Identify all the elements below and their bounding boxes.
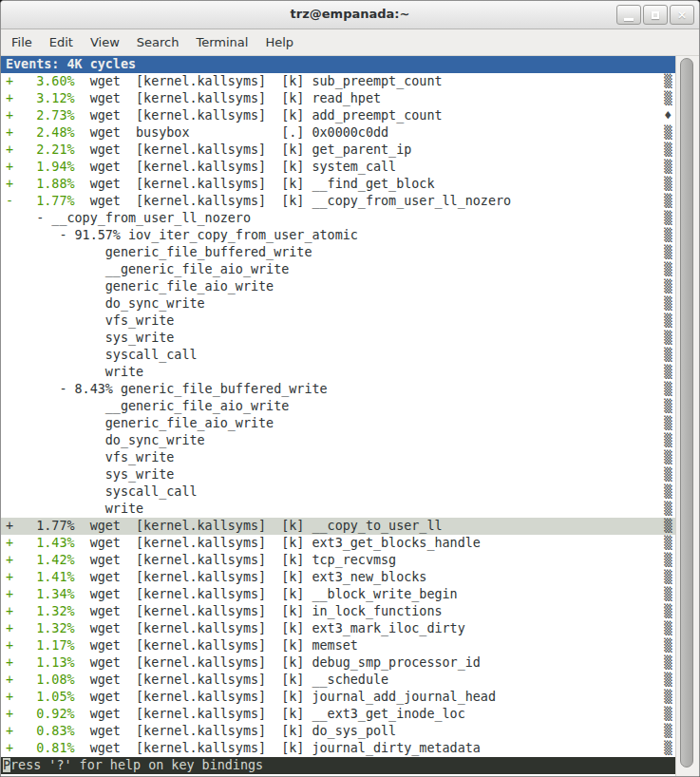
menu-search[interactable]: Search — [128, 31, 188, 53]
scroll-track-icon: ▒ — [664, 449, 672, 466]
callchain-row[interactable]: generic_file_buffered_write▒ — [1, 244, 675, 261]
perf-row[interactable]: + 3.12% wget [kernel.kallsyms] [k] read_… — [1, 90, 675, 107]
scroll-track-icon: ▒ — [664, 261, 672, 278]
scroll-position-icon: ♦ — [664, 107, 672, 124]
scroll-track-icon: ▒ — [664, 586, 672, 603]
scroll-track-icon: ▒ — [664, 706, 672, 723]
perf-row[interactable]: + 3.60% wget [kernel.kallsyms] [k] sub_p… — [1, 73, 675, 90]
scroll-track-icon: ▒ — [664, 364, 672, 381]
callchain-row[interactable]: write▒ — [1, 364, 675, 381]
callchain-row[interactable]: syscall_call▒ — [1, 483, 675, 501]
close-icon: ✕ — [677, 9, 687, 21]
scroll-track-icon: ▒ — [664, 176, 672, 193]
scroll-track-icon: ▒ — [664, 90, 672, 107]
perf-row[interactable]: + 1.34% wget [kernel.kallsyms] [k] __blo… — [1, 586, 675, 603]
perf-row[interactable]: + 1.88% wget [kernel.kallsyms] [k] __fin… — [1, 176, 675, 193]
scroll-track-icon: ▒ — [664, 723, 672, 740]
scroll-track-icon: ▒ — [664, 689, 672, 706]
scroll-track-icon: ▒ — [664, 124, 672, 142]
scroll-track-icon: ▒ — [664, 313, 672, 330]
callchain-row[interactable]: write▒ — [1, 501, 675, 518]
perf-row[interactable]: + 2.73% wget [kernel.kallsyms] [k] add_p… — [1, 107, 675, 124]
perf-row[interactable]: + 0.83% wget [kernel.kallsyms] [k] do_sy… — [1, 723, 675, 740]
menubar: FileEditViewSearchTerminalHelp — [1, 29, 699, 56]
scroll-track-icon: ▒ — [664, 740, 672, 757]
callchain-row[interactable]: do_sync_write▒ — [1, 432, 675, 449]
perf-row[interactable]: + 1.13% wget [kernel.kallsyms] [k] debug… — [1, 654, 675, 672]
menu-view[interactable]: View — [82, 31, 128, 53]
maximize-icon — [652, 11, 659, 19]
scroll-track-icon: ▒ — [664, 142, 672, 159]
callchain-row[interactable]: vfs_write▒ — [1, 449, 675, 466]
scroll-track-icon: ▒ — [664, 535, 672, 552]
scroll-track-icon: ▒ — [664, 552, 672, 569]
perf-row[interactable]: + 1.77% wget [kernel.kallsyms] [k] __cop… — [1, 518, 675, 535]
scroll-track-icon: ▒ — [664, 501, 672, 518]
perf-row[interactable]: + 1.32% wget [kernel.kallsyms] [k] in_lo… — [1, 603, 675, 620]
callchain-row[interactable]: sys_write▒ — [1, 330, 675, 347]
callchain-row[interactable]: - 91.57% iov_iter_copy_from_user_atomic▒ — [1, 227, 675, 244]
callchain-row[interactable]: __generic_file_aio_write▒ — [1, 398, 675, 415]
perf-row[interactable]: + 0.92% wget [kernel.kallsyms] [k] __ext… — [1, 706, 675, 723]
window-body: Events: 4K cycles + 3.60% wget [kernel.k… — [1, 56, 699, 776]
window-controls: ✕ — [616, 5, 694, 25]
terminal-screen[interactable]: Events: 4K cycles + 3.60% wget [kernel.k… — [1, 56, 675, 776]
terminal-window: trz@empanada:~ ✕ FileEditViewSearchTermi… — [0, 0, 700, 777]
scroll-track-icon: ▒ — [664, 244, 672, 261]
scroll-track-icon: ▒ — [664, 73, 672, 90]
menu-help[interactable]: Help — [256, 31, 302, 53]
scroll-track-icon: ▒ — [664, 210, 672, 227]
perf-row[interactable]: + 1.43% wget [kernel.kallsyms] [k] ext3_… — [1, 535, 675, 552]
scroll-track-icon: ▒ — [664, 278, 672, 295]
scroll-track-icon: ▒ — [664, 415, 672, 432]
minimize-icon — [624, 18, 634, 21]
close-button[interactable]: ✕ — [670, 5, 694, 25]
callchain-row[interactable]: sys_write▒ — [1, 466, 675, 483]
status-bar: Press '?' for help on key bindings — [1, 757, 675, 774]
maximize-button[interactable] — [643, 5, 668, 25]
callchain-row[interactable]: vfs_write▒ — [1, 313, 675, 330]
perf-rows: + 3.60% wget [kernel.kallsyms] [k] sub_p… — [1, 73, 675, 757]
scroll-track-icon: ▒ — [664, 398, 672, 415]
status-text: ress '?' for help on key bindings — [10, 758, 263, 772]
callchain-row[interactable]: syscall_call▒ — [1, 347, 675, 364]
scroll-track-icon: ▒ — [664, 159, 672, 176]
scroll-track-icon: ▒ — [664, 432, 672, 449]
perf-row[interactable]: + 1.17% wget [kernel.kallsyms] [k] memse… — [1, 637, 675, 654]
scroll-track-icon: ▒ — [664, 603, 672, 620]
perf-row[interactable]: + 1.08% wget [kernel.kallsyms] [k] __sch… — [1, 672, 675, 689]
scrollbar[interactable] — [675, 56, 699, 776]
scroll-track-icon: ▒ — [664, 466, 672, 483]
menu-edit[interactable]: Edit — [41, 31, 82, 53]
perf-row[interactable]: + 0.81% wget [kernel.kallsyms] [k] journ… — [1, 740, 675, 757]
perf-row[interactable]: + 1.41% wget [kernel.kallsyms] [k] ext3_… — [1, 569, 675, 586]
callchain-row[interactable]: - 8.43% generic_file_buffered_write▒ — [1, 381, 675, 398]
menu-file[interactable]: File — [3, 31, 41, 53]
scroll-track-icon: ▒ — [664, 569, 672, 586]
callchain-row[interactable]: __generic_file_aio_write▒ — [1, 261, 675, 278]
scroll-track-icon: ▒ — [664, 620, 672, 637]
perf-row[interactable]: + 1.94% wget [kernel.kallsyms] [k] syste… — [1, 159, 675, 176]
callchain-row[interactable]: do_sync_write▒ — [1, 295, 675, 313]
scrollbar-thumb[interactable] — [680, 58, 693, 768]
callchain-row[interactable]: generic_file_aio_write▒ — [1, 415, 675, 432]
minimize-button[interactable] — [616, 5, 641, 25]
scroll-track-icon: ▒ — [664, 347, 672, 364]
scroll-track-icon: ▒ — [664, 483, 672, 501]
scroll-track-icon: ▒ — [664, 672, 672, 689]
events-header: Events: 4K cycles — [1, 56, 675, 73]
menu-terminal[interactable]: Terminal — [187, 31, 256, 53]
perf-row[interactable]: - 1.77% wget [kernel.kallsyms] [k] __cop… — [1, 193, 675, 210]
perf-row[interactable]: + 1.32% wget [kernel.kallsyms] [k] ext3_… — [1, 620, 675, 637]
scroll-track-icon: ▒ — [664, 654, 672, 672]
scroll-track-icon: ▒ — [664, 518, 672, 535]
perf-row[interactable]: + 1.42% wget [kernel.kallsyms] [k] tcp_r… — [1, 552, 675, 569]
terminal-cursor: P — [3, 758, 10, 772]
titlebar[interactable]: trz@empanada:~ ✕ — [1, 1, 699, 29]
scroll-track-icon: ▒ — [664, 193, 672, 210]
callchain-row[interactable]: - __copy_from_user_ll_nozero▒ — [1, 210, 675, 227]
perf-row[interactable]: + 2.48% wget busybox [.] 0x0000c0dd▒ — [1, 124, 675, 142]
callchain-row[interactable]: generic_file_aio_write▒ — [1, 278, 675, 295]
perf-row[interactable]: + 2.21% wget [kernel.kallsyms] [k] get_p… — [1, 142, 675, 159]
perf-row[interactable]: + 1.05% wget [kernel.kallsyms] [k] journ… — [1, 689, 675, 706]
